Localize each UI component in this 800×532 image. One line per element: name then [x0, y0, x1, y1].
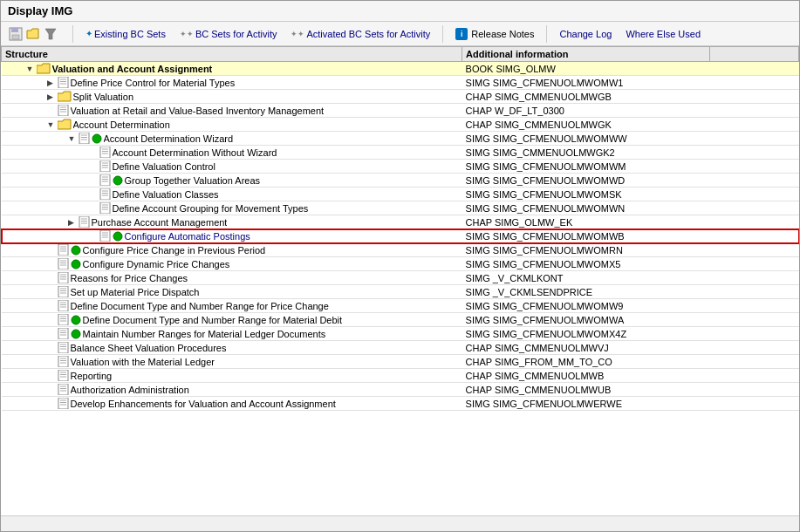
tree-toggle[interactable]: ▼	[26, 65, 35, 73]
table-row[interactable]: Valuation at Retail and Value-Based Inve…	[2, 104, 799, 118]
table-row[interactable]: Maintain Number Ranges for Material Ledg…	[2, 327, 799, 341]
svg-rect-52	[58, 258, 68, 269]
table-row[interactable]: Configure Price Change in Previous Perio…	[2, 243, 799, 257]
item-label: Valuation and Account Assignment	[52, 64, 213, 74]
table-row[interactable]: Account Determination Without WizardSIMG…	[2, 146, 799, 160]
additional-info-cell: SIMG SIMG_CFMENUOLMWOMWA	[462, 313, 710, 327]
where-else-used-btn[interactable]: Where Else Used	[620, 28, 706, 40]
window-title: Display IMG	[1, 1, 799, 22]
change-log-btn[interactable]: Change Log	[554, 28, 617, 40]
extra-cell	[710, 229, 799, 243]
table-row[interactable]: ▼Valuation and Account AssignmentBOOK SI…	[2, 62, 799, 76]
item-link[interactable]: Configure Automatic Postings	[125, 231, 250, 242]
item-label: Account Determination	[73, 119, 170, 130]
document-icon	[58, 356, 69, 367]
table-row[interactable]: Valuation with the Material LedgerCHAP S…	[2, 355, 799, 369]
document-icon	[58, 244, 69, 256]
tree-toggle[interactable]: ▶	[47, 92, 56, 101]
tree-toggle[interactable]: ▶	[47, 78, 56, 87]
item-label: Define Valuation Classes	[113, 189, 219, 200]
item-label: Define Document Type and Number Range fo…	[71, 301, 329, 311]
table-row[interactable]: ReportingCHAP SIMG_CMMENUOLMWB	[2, 369, 799, 383]
img-table: Structure Additional information ▼Valuat…	[1, 46, 799, 411]
save-icon[interactable]	[8, 26, 24, 42]
table-row[interactable]: Authorization AdministrationCHAP SIMG_CM…	[2, 383, 799, 397]
item-label: Balance Sheet Valuation Procedures	[71, 343, 227, 353]
item-label: Configure Dynamic Price Changes	[83, 259, 230, 269]
document-icon	[58, 342, 69, 353]
tree-toggle[interactable]: ▶	[68, 218, 77, 227]
svg-rect-4	[58, 77, 68, 88]
svg-rect-17	[100, 147, 110, 158]
additional-info-cell: SIMG _V_CKMLKONT	[462, 271, 710, 285]
separator-1	[72, 25, 73, 43]
svg-rect-74	[58, 328, 68, 339]
table-row[interactable]: Balance Sheet Valuation ProceduresCHAP S…	[2, 341, 799, 355]
active-indicator-icon	[71, 259, 81, 269]
additional-info-cell: CHAP W_DF_LT_0300	[462, 104, 710, 118]
bc-sets-activity-btn[interactable]: ✦✦ BC Sets for Activity	[174, 28, 283, 40]
table-row[interactable]: ▼Account DeterminationCHAP SIMG_CMMENUOL…	[2, 118, 799, 132]
extra-cell	[710, 160, 799, 174]
table-row[interactable]: Group Together Valuation AreasSIMG SIMG_…	[2, 174, 799, 188]
table-row[interactable]: Reasons for Price ChangesSIMG _V_CKMLKON…	[2, 271, 799, 285]
folder-icon	[58, 91, 72, 102]
svg-rect-38	[79, 216, 89, 228]
folder-icon[interactable]	[25, 26, 41, 42]
additional-info-cell: CHAP SIMG_CMMENUOLMWUB	[462, 383, 710, 397]
item-label: Develop Enhancements for Valuation and A…	[71, 399, 336, 409]
svg-point-46	[113, 232, 122, 241]
item-label: Split Valuation	[73, 92, 134, 102]
additional-info-cell: CHAP SIMG_CMMENUOLMWB	[462, 369, 710, 383]
tree-toggle[interactable]: ▼	[47, 120, 56, 129]
additional-info-cell: SIMG SIMG_CFMENUOLMWOMSK	[462, 188, 710, 201]
table-row[interactable]: Configure Dynamic Price ChangesSIMG SIMG…	[2, 257, 799, 271]
document-icon	[99, 230, 111, 242]
document-icon	[58, 300, 69, 311]
additional-info-cell: SIMG SIMG_CFMENUOLMWOMWM	[462, 160, 710, 174]
filter-icon[interactable]	[43, 26, 58, 42]
table-row[interactable]: Define Account Grouping for Movement Typ…	[2, 201, 799, 215]
svg-point-16	[92, 134, 101, 143]
table-row[interactable]: Define Document Type and Number Range fo…	[2, 313, 799, 327]
activated-bc-sets-btn[interactable]: ✦✦ Activated BC Sets for Activity	[285, 28, 435, 40]
table-row[interactable]: Define Valuation ControlSIMG SIMG_CFMENU…	[2, 160, 799, 174]
svg-rect-69	[58, 314, 68, 325]
table-row[interactable]: ▶Define Price Control for Material Types…	[2, 76, 799, 90]
extra-cell	[710, 313, 799, 327]
svg-point-29	[113, 176, 122, 185]
svg-rect-34	[100, 202, 110, 214]
active-indicator-icon	[113, 175, 123, 186]
document-icon	[58, 314, 69, 325]
svg-rect-1	[11, 28, 18, 32]
active-indicator-icon	[92, 133, 102, 144]
table-row[interactable]: Define Valuation ClassesSIMG SIMG_CFMENU…	[2, 188, 799, 201]
table-row[interactable]: Define Document Type and Number Range fo…	[2, 299, 799, 313]
extra-cell	[710, 327, 799, 341]
document-icon	[58, 286, 69, 297]
item-label: Authorization Administration	[71, 385, 189, 395]
document-icon	[58, 77, 69, 88]
extra-cell	[710, 355, 799, 369]
item-label: Group Together Valuation Areas	[125, 175, 261, 186]
document-icon	[58, 370, 69, 381]
extra-cell	[710, 90, 799, 104]
folder-icon	[37, 63, 51, 74]
table-row[interactable]: ▼Account Determination WizardSIMG SIMG_C…	[2, 132, 799, 146]
additional-info-cell: SIMG SIMG_CFMENUOLMWOMWB	[462, 229, 710, 243]
table-row[interactable]: ▶Split ValuationCHAP SIMG_CMMENUOLMWGB	[2, 90, 799, 104]
table-row[interactable]: Configure Automatic PostingsSIMG SIMG_CF…	[2, 229, 799, 243]
table-row[interactable]: Set up Material Price DispatchSIMG _V_CK…	[2, 285, 799, 299]
extra-cell	[710, 201, 799, 215]
item-label: Valuation with the Material Ledger	[71, 357, 215, 367]
svg-rect-95	[58, 398, 68, 409]
additional-info-cell: SIMG _V_CKMLSENDPRICE	[462, 285, 710, 299]
table-row[interactable]: Develop Enhancements for Valuation and A…	[2, 397, 799, 411]
additional-info-header: Additional information	[462, 47, 710, 62]
tree-toggle[interactable]: ▼	[68, 134, 77, 143]
release-notes-btn[interactable]: i Release Notes	[450, 27, 539, 41]
additional-info-cell: SIMG SIMG_CMMENUOLMWGK2	[462, 146, 710, 160]
table-row[interactable]: ▶Purchase Account ManagementCHAP SIMG_OL…	[2, 215, 799, 229]
item-label: Purchase Account Management	[92, 217, 228, 228]
existing-bc-sets-btn[interactable]: ✦ Existing BC Sets	[80, 28, 171, 40]
